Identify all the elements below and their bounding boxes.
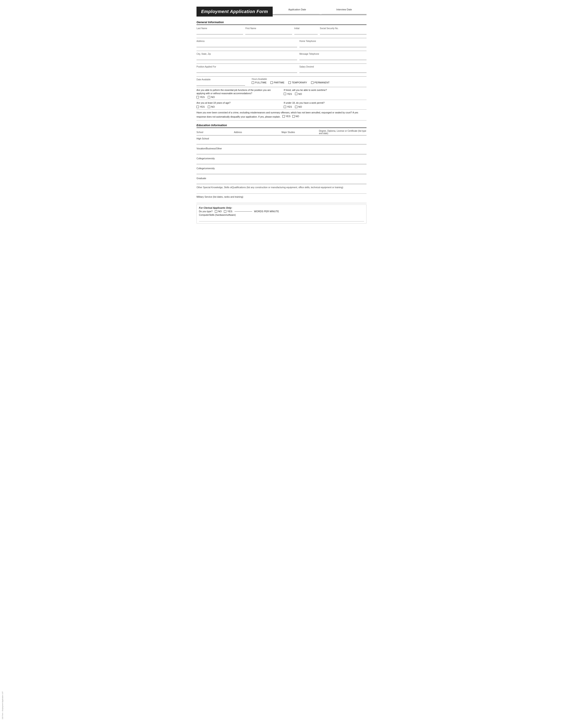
form-header: Employment Application Form Application … bbox=[196, 7, 367, 17]
question-block-2: Are you at least 18 years of age? YES NO… bbox=[196, 101, 367, 110]
application-date-label: Application Date bbox=[273, 8, 320, 14]
crime-question: Have you ever been convicted of a crime,… bbox=[196, 111, 367, 120]
edu-table-header: School Address Major Studies Degree, Dip… bbox=[196, 130, 367, 135]
message-telephone-field: Message Telephone bbox=[300, 52, 367, 60]
q3-yes-checkbox[interactable]: YES bbox=[196, 105, 205, 108]
edu-row-college1: College/university bbox=[196, 154, 367, 164]
military-block: Military Service (list dates, ranks and … bbox=[196, 195, 367, 203]
question-block-1: Are you able to peform the essential job… bbox=[196, 88, 367, 100]
address-row: Address Home Telephone bbox=[196, 39, 367, 47]
question-4: If under 18, do you have a work permit? … bbox=[284, 101, 367, 108]
form-title: Employment Application Form bbox=[196, 7, 273, 17]
address-field: Address bbox=[196, 39, 297, 47]
edu-row-college2: College/university bbox=[196, 164, 367, 174]
special-knowledge-block: Other Special Knowledge, Skills otQualif… bbox=[196, 186, 367, 194]
general-info-header: General Information bbox=[196, 21, 367, 25]
city-row: City, State, Zip Message Telephone bbox=[196, 52, 367, 60]
clerical-no-checkbox[interactable]: NO bbox=[215, 210, 222, 213]
interview-date-label: Interview Date bbox=[320, 8, 367, 14]
question-2: If hired, will you be able to work overt… bbox=[284, 88, 367, 98]
first-name-field: First Name bbox=[245, 27, 292, 34]
edu-row-vocation: Vocation/Business/Other bbox=[196, 144, 367, 154]
q2-yes-checkbox[interactable]: YES bbox=[284, 93, 292, 95]
question-3: Are you at least 18 years of age? YES NO bbox=[196, 101, 279, 108]
salary-field: Salary Desired bbox=[300, 65, 367, 73]
temporary-checkbox[interactable]: TEMPORARY bbox=[289, 81, 307, 84]
last-name-field: Last Name bbox=[196, 27, 243, 34]
ssn-field: Social Security No. bbox=[320, 27, 367, 34]
col-major: Major Studies bbox=[282, 130, 319, 135]
permanent-checkbox[interactable]: PERMANENT bbox=[311, 81, 330, 84]
clerical-yes-checkbox[interactable]: YES: WORDS PER MINUTE bbox=[224, 210, 279, 213]
q2-no-checkbox[interactable]: NO bbox=[295, 93, 302, 95]
col-degree: Degree, Diploma, License or Certificate … bbox=[319, 130, 367, 135]
q3-no-checkbox[interactable]: NO bbox=[208, 105, 215, 108]
q1-no-checkbox[interactable]: NO bbox=[208, 96, 215, 98]
q4-yes-checkbox[interactable]: YES bbox=[284, 105, 292, 108]
edu-row-graduate: Graduate bbox=[196, 174, 367, 184]
date-available-field: Date Available bbox=[196, 78, 245, 86]
header-dates: Application Date Interview Date bbox=[273, 8, 367, 15]
computer-skills-row: ComputerSkills (hardware/software) bbox=[199, 214, 364, 216]
education-table: School Address Major Studies Degree, Dip… bbox=[196, 130, 367, 184]
clerical-title: For Clerical Applicants Only: bbox=[199, 206, 364, 209]
q3-yn-row: YES NO bbox=[196, 105, 279, 108]
col-address: Address bbox=[234, 130, 282, 135]
q5-yes-checkbox[interactable]: YES bbox=[283, 114, 290, 118]
name-row: Last Name First Name Initial Social Secu… bbox=[196, 27, 367, 34]
q4-no-checkbox[interactable]: NO bbox=[295, 105, 302, 108]
parttime-checkbox[interactable]: PARTIME bbox=[270, 81, 285, 84]
hours-checkboxes: FULLTIME PARTIME TEMPORARY PERMANENT bbox=[252, 81, 367, 84]
fulltime-checkbox[interactable]: FULLTIME bbox=[252, 81, 266, 84]
home-telephone-field: Home Telephone bbox=[300, 39, 367, 47]
initial-field: Initial bbox=[294, 27, 318, 34]
position-row: Position Applied For Salary Desired bbox=[196, 65, 367, 73]
q1-yes-checkbox[interactable]: YES bbox=[196, 96, 205, 98]
q1-yn-row: YES NO bbox=[196, 96, 279, 98]
city-state-zip-field: City, State, Zip bbox=[196, 52, 297, 60]
col-school: School bbox=[196, 130, 234, 135]
clerical-typing-row: Do you type? NO YES: WORDS PER MINUTE bbox=[199, 210, 364, 213]
clerical-block: For Clerical Applicants Only: Do you typ… bbox=[196, 205, 367, 223]
q2-yn-row: YES NO bbox=[284, 93, 367, 95]
hours-available-block: Hours Available FULLTIME PARTIME TEMPORA… bbox=[252, 78, 367, 85]
education-header: Education Information bbox=[196, 124, 367, 128]
edu-row-highschool: High School bbox=[196, 135, 367, 144]
q5-no-checkbox[interactable]: NO bbox=[292, 114, 299, 118]
position-field: Position Applied For bbox=[196, 65, 297, 73]
q4-yn-row: YES NO bbox=[284, 105, 367, 108]
question-1: Are you able to peform the essential job… bbox=[196, 88, 279, 98]
